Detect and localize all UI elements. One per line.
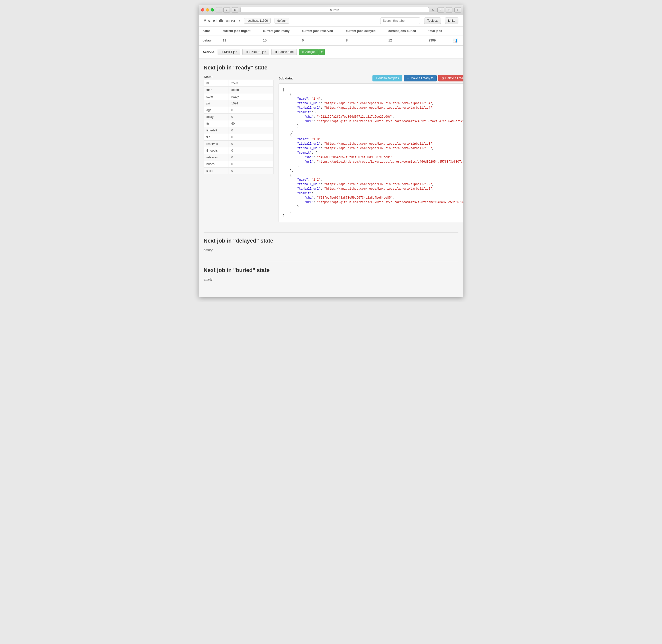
stat-key: timeouts — [204, 147, 229, 154]
stat-key: time-left — [204, 127, 229, 134]
search-input[interactable] — [380, 18, 420, 24]
job-data-buttons: + Add to samples → Move all ready to 🗑 D… — [372, 75, 463, 82]
tube-dropdown[interactable]: default — [275, 18, 289, 24]
add-job-button[interactable]: ⊕ Add job — [299, 49, 319, 55]
back-button[interactable]: ‹ — [216, 7, 222, 13]
traffic-lights — [201, 8, 214, 12]
ready-section: Next job in "ready" state Stats: id2593t… — [204, 65, 458, 222]
brand-label: Beanstalk console — [204, 18, 240, 23]
actions-label: Actions: — [203, 50, 215, 54]
buried-section: Next job in "buried" state empty — [204, 267, 458, 281]
buried-empty-label: empty — [204, 278, 458, 281]
stat-key: id — [204, 80, 229, 87]
tube-name: default — [199, 36, 219, 45]
col-urgent: current-jobs-urgent — [219, 27, 259, 36]
col-buried: current-jobs-buried — [384, 27, 425, 36]
stat-value: ready — [229, 93, 274, 100]
move-ready-button[interactable]: → Move all ready to — [404, 75, 437, 82]
job-code-block: [ { "name": "1.4", "zipball_url": "https… — [278, 84, 463, 222]
reload-button[interactable]: ↻ — [431, 8, 435, 12]
stat-value: default — [229, 87, 274, 93]
chart-icon[interactable]: 📊 — [453, 38, 458, 43]
kick10-button[interactable]: ↠↠ Kick 10 job — [242, 49, 269, 55]
add-job-caret[interactable]: ▾ — [319, 49, 325, 55]
tube-row: default 11 15 6 8 12 2309 📊 — [199, 36, 463, 45]
delayed-section-title: Next job in "delayed" state — [204, 237, 458, 244]
divider-2 — [204, 262, 458, 262]
close-button[interactable] — [201, 8, 204, 12]
kick1-button[interactable]: ↠ Kick 1 job — [218, 49, 240, 55]
stat-value: 0 — [229, 114, 274, 120]
stat-key: delay — [204, 114, 229, 120]
share-button[interactable]: ⤴ — [437, 7, 444, 13]
reader-button[interactable]: ⊡ — [232, 7, 238, 13]
stat-key: ttr — [204, 120, 229, 127]
stats-panel-label: Stats: — [204, 75, 274, 79]
delayed-empty-label: empty — [204, 248, 458, 252]
stat-value: 2593 — [229, 80, 274, 87]
main-content: Next job in "ready" state Stats: id2593t… — [199, 59, 463, 297]
stat-key: releases — [204, 154, 229, 161]
buried-section-title: Next job in "buried" state — [204, 267, 458, 274]
stats-panel-table: id2593tubedefaultstatereadypri1024age0de… — [204, 80, 274, 175]
links-dropdown[interactable]: Links — [445, 18, 458, 24]
tube-buried: 12 — [384, 36, 425, 45]
delete-all-ready-button[interactable]: 🗑 Delete all ready jobs — [438, 75, 463, 82]
stat-row: kicks0 — [204, 168, 274, 175]
stat-row: file0 — [204, 134, 274, 141]
tube-urgent: 11 — [219, 36, 259, 45]
stat-row: buries0 — [204, 161, 274, 168]
stat-key: buries — [204, 161, 229, 168]
tube-ready: 15 — [259, 36, 298, 45]
toolbox-dropdown[interactable]: Toolbox — [424, 18, 441, 24]
col-total: total-jobs — [425, 27, 449, 36]
stat-key: age — [204, 107, 229, 114]
minimize-button[interactable] — [206, 8, 209, 12]
stat-key: tube — [204, 87, 229, 93]
stat-key: file — [204, 134, 229, 141]
col-ready: current-jobs-ready — [259, 27, 298, 36]
tube-delayed: 8 — [342, 36, 384, 45]
col-delayed: current-jobs-delayed — [342, 27, 384, 36]
tabs-button[interactable]: ⊡ — [446, 7, 452, 13]
new-tab-button[interactable]: + — [454, 7, 461, 13]
stat-key: pri — [204, 100, 229, 107]
delayed-section: Next job in "delayed" state empty — [204, 237, 458, 252]
forward-button[interactable]: › — [223, 7, 230, 13]
col-reserved: current-jobs-reserved — [298, 27, 342, 36]
stat-row: stateready — [204, 93, 274, 100]
stat-value: 60 — [229, 120, 274, 127]
url-bar[interactable]: aurora — [240, 7, 429, 13]
stat-row: delay0 — [204, 114, 274, 120]
stat-value: 0 — [229, 141, 274, 147]
stat-value: 0 — [229, 127, 274, 134]
stat-value: 0 — [229, 168, 274, 175]
job-data-panel: Job data: + Add to samples → Move all re… — [278, 75, 463, 222]
ready-section-title: Next job in "ready" state — [204, 65, 458, 71]
stat-row: reserves0 — [204, 141, 274, 147]
stat-row: pri1024 — [204, 100, 274, 107]
top-nav: Beanstalk console localhost:11300 defaul… — [199, 15, 463, 27]
job-data-label: Job data: — [278, 76, 293, 80]
stat-row: age0 — [204, 107, 274, 114]
stat-key: kicks — [204, 168, 229, 175]
col-name: name — [199, 27, 219, 36]
add-job-group: ⊕ Add job ▾ — [299, 49, 324, 55]
stat-row: ttr60 — [204, 120, 274, 127]
pause-button[interactable]: ⏸ Pause tube — [271, 49, 297, 55]
stat-row: timeouts0 — [204, 147, 274, 154]
maximize-button[interactable] — [211, 8, 214, 12]
stat-value: 0 — [229, 134, 274, 141]
server-dropdown[interactable]: localhost:11300 — [244, 18, 271, 24]
add-samples-button[interactable]: + Add to samples — [372, 75, 402, 82]
stat-value: 0 — [229, 161, 274, 168]
tube-stats-section: name current-jobs-urgent current-jobs-re… — [199, 27, 463, 46]
ready-stats-panel: Stats: id2593tubedefaultstatereadypri102… — [204, 75, 274, 222]
stat-value: 0 — [229, 147, 274, 154]
stat-row: id2593 — [204, 80, 274, 87]
stat-value: 1024 — [229, 100, 274, 107]
stat-value: 0 — [229, 154, 274, 161]
stat-key: reserves — [204, 141, 229, 147]
stat-value: 0 — [229, 107, 274, 114]
stat-row: time-left0 — [204, 127, 274, 134]
